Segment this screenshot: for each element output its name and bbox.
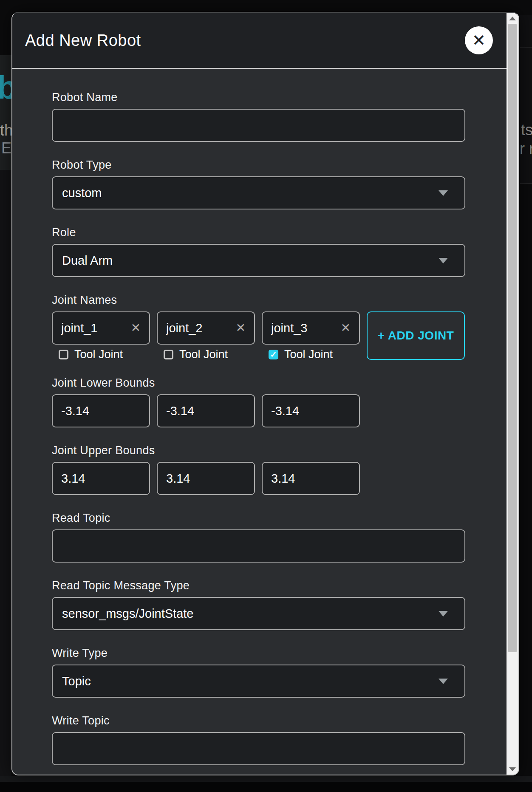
scrollbar-thumb[interactable] [508,24,517,652]
read-topic-message-type-select[interactable]: sensor_msgs/JointState [52,597,465,630]
add-joint-button[interactable]: + ADD JOINT [367,311,465,360]
bg-text-fragment-rr: r r [520,141,532,156]
scroll-up-button[interactable] [507,13,518,24]
page-left-lower-band [0,170,11,776]
remove-joint-icon[interactable]: ✕ [235,322,246,334]
tool-joint-label: Tool Joint [74,348,123,361]
joint-name-input-3[interactable]: joint_3 ✕ [262,311,360,345]
joint-name-value: joint_3 [271,321,340,335]
bg-text-fragment-th: th [0,123,13,138]
remove-joint-icon[interactable]: ✕ [340,322,351,334]
tool-joint-row-1: Tool Joint [52,349,150,360]
scroll-up-icon [509,17,516,20]
robot-type-value: custom [62,186,102,200]
page-right-divider-2 [520,183,532,184]
joint-name-value: joint_2 [166,321,235,335]
page-bottom-dark [0,782,532,792]
read-topic-message-type-value: sensor_msgs/JointState [62,607,193,621]
write-topic-input[interactable] [52,732,465,765]
tool-joint-checkbox-2[interactable] [164,350,173,359]
write-type-select[interactable]: Topic [52,665,465,698]
joint-col-2: joint_2 ✕ Tool Joint [157,311,255,360]
modal-header: Add New Robot ✕ [12,13,507,69]
write-topic-group: Write Topic [52,715,465,765]
page-right-band [520,15,532,183]
chevron-down-icon [439,679,448,684]
joint-col-3: joint_3 ✕ ✓ Tool Joint [262,311,360,360]
role-select[interactable]: Dual Arm [52,244,465,277]
joint-name-input-1[interactable]: joint_1 ✕ [52,311,150,345]
lower-bound-input-2[interactable] [157,394,255,427]
joint-upper-bounds-row [52,462,465,495]
joint-lower-bounds-group: Joint Lower Bounds [52,377,465,427]
add-robot-modal: Add New Robot ✕ Robot Name Robot Type cu… [11,12,519,775]
joint-names-label: Joint Names [52,294,465,305]
tool-joint-label: Tool Joint [284,348,333,361]
close-icon: ✕ [472,32,486,48]
read-topic-message-type-label: Read Topic Message Type [52,580,465,591]
read-topic-input[interactable] [52,529,465,563]
check-icon: ✓ [270,351,277,359]
joint-upper-bounds-label: Joint Upper Bounds [52,445,465,456]
write-type-label: Write Type [52,648,465,659]
joint-name-input-2[interactable]: joint_2 ✕ [157,311,255,345]
modal-scrollbar[interactable] [507,13,518,775]
write-type-value: Topic [62,674,91,688]
write-topic-label: Write Topic [52,715,465,726]
robot-type-group: Robot Type custom [52,159,465,209]
robot-name-label: Robot Name [52,92,465,103]
robot-name-input[interactable] [52,109,465,142]
robot-type-label: Robot Type [52,159,465,170]
joint-lower-bounds-label: Joint Lower Bounds [52,377,465,388]
scroll-down-icon [509,767,516,771]
bg-text-fragment-ts: ts [521,122,532,138]
upper-bound-input-2[interactable] [157,462,255,495]
read-topic-label: Read Topic [52,512,465,523]
modal-title: Add New Robot [25,31,141,50]
role-group: Role Dual Arm [52,227,465,277]
joint-names-group: Joint Names joint_1 ✕ Tool Joint [52,294,465,360]
joint-col-1: joint_1 ✕ Tool Joint [52,311,150,360]
robot-type-select[interactable]: custom [52,176,465,209]
bg-text-fragment-e: E [1,141,11,156]
joint-names-row: joint_1 ✕ Tool Joint joint_2 ✕ [52,311,465,360]
tool-joint-row-2: Tool Joint [157,349,255,360]
close-button[interactable]: ✕ [465,26,493,54]
tool-joint-label: Tool Joint [179,348,228,361]
lower-bound-input-3[interactable] [262,394,360,427]
read-topic-group: Read Topic [52,512,465,563]
tool-joint-checkbox-3[interactable]: ✓ [269,350,278,359]
page-bottom-band [0,776,532,782]
upper-bound-input-3[interactable] [262,462,360,495]
joint-upper-bounds-group: Joint Upper Bounds [52,445,465,495]
upper-bound-input-1[interactable] [52,462,150,495]
write-type-group: Write Type Topic [52,648,465,698]
scroll-down-button[interactable] [507,764,518,775]
role-value: Dual Arm [62,254,113,268]
lower-bound-input-1[interactable] [52,394,150,427]
page-right-divider [520,47,532,48]
tool-joint-row-3: ✓ Tool Joint [262,349,360,360]
chevron-down-icon [439,190,448,196]
read-topic-message-type-group: Read Topic Message Type sensor_msgs/Join… [52,580,465,630]
page-top-band [0,0,532,12]
modal-body: Robot Name Robot Type custom Role Dual A… [12,69,507,775]
modal-content: Add New Robot ✕ Robot Name Robot Type cu… [12,13,507,775]
remove-joint-icon[interactable]: ✕ [130,322,141,334]
joint-lower-bounds-row [52,394,465,427]
robot-name-group: Robot Name [52,92,465,142]
tool-joint-checkbox-1[interactable] [59,350,68,359]
joint-name-value: joint_1 [61,321,130,335]
chevron-down-icon [439,611,448,617]
chevron-down-icon [439,258,448,263]
role-label: Role [52,227,465,238]
